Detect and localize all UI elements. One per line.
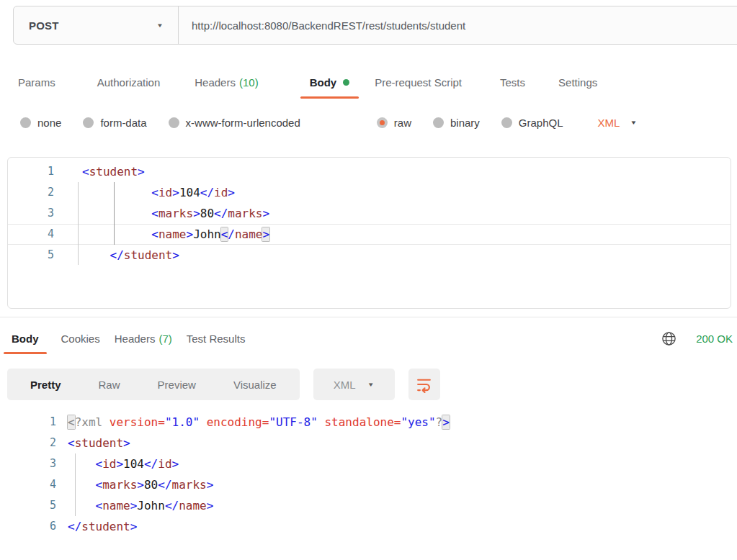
code-line: 1<?xml version="1.0" encoding="UTF-8" st… xyxy=(7,412,731,433)
wrap-text-icon xyxy=(415,376,433,394)
radio-x-www-form-urlencoded[interactable]: x-www-form-urlencoded xyxy=(169,117,300,129)
line-number: 3 xyxy=(8,203,54,224)
tab-headers[interactable]: Headers (10) xyxy=(195,66,258,99)
line-number: 2 xyxy=(8,182,54,203)
request-tabs: Params Authorization Headers (10) Body P… xyxy=(18,66,597,99)
response-tab-test-results[interactable]: Test Results xyxy=(187,323,246,353)
tab-body[interactable]: Body xyxy=(300,66,359,99)
radio-binary[interactable]: binary xyxy=(433,117,480,129)
code-line: 6</student> xyxy=(7,516,731,537)
method-dropdown[interactable]: POST ▼ xyxy=(14,6,179,44)
response-body-viewer[interactable]: 1<?xml version="1.0" encoding="UTF-8" st… xyxy=(7,412,731,537)
indent-guide xyxy=(114,182,115,245)
view-preview[interactable]: Preview xyxy=(158,379,196,391)
body-modified-dot xyxy=(343,79,349,86)
radio-icon xyxy=(169,117,179,128)
radio-raw[interactable]: raw xyxy=(377,117,411,129)
code-line: 1<student> xyxy=(8,161,731,182)
code-line: 3 <id>104</id> xyxy=(7,453,731,474)
chevron-down-icon: ▼ xyxy=(630,119,637,126)
code-line: 4 <name>John</name> xyxy=(8,224,731,245)
radio-icon xyxy=(83,117,94,128)
radio-icon xyxy=(433,117,444,128)
raw-language-dropdown[interactable]: XML ▼ xyxy=(598,117,638,129)
line-number: 2 xyxy=(7,433,56,453)
response-tab-cookies[interactable]: Cookies xyxy=(61,323,100,353)
tab-tests[interactable]: Tests xyxy=(500,66,525,99)
line-number: 1 xyxy=(8,161,54,182)
radio-icon xyxy=(501,117,512,128)
chevron-down-icon: ▼ xyxy=(156,22,164,29)
tab-pre-request-script[interactable]: Pre-request Script xyxy=(375,66,462,99)
line-number: 1 xyxy=(7,412,56,433)
radio-selected-icon xyxy=(377,117,388,128)
status-badge: 200 OK xyxy=(696,333,733,345)
response-language-label: XML xyxy=(334,379,356,391)
view-pretty[interactable]: Pretty xyxy=(30,379,61,391)
response-tab-body[interactable]: Body xyxy=(4,323,47,353)
chevron-down-icon: ▼ xyxy=(367,381,375,388)
response-body-code: 1<?xml version="1.0" encoding="UTF-8" st… xyxy=(7,412,731,537)
response-tab-headers[interactable]: Headers (7) xyxy=(115,323,172,353)
code-line: 5 </student> xyxy=(8,245,731,266)
raw-language-label: XML xyxy=(598,117,620,129)
tab-params[interactable]: Params xyxy=(18,66,55,99)
wrap-lines-button[interactable] xyxy=(408,369,440,400)
line-number: 6 xyxy=(7,516,56,537)
request-body-code: 1<student>2 <id>104</id>3 <marks>80</mar… xyxy=(8,161,731,266)
line-number: 3 xyxy=(7,453,56,474)
code-line: 2 <id>104</id> xyxy=(8,182,731,203)
response-language-dropdown[interactable]: XML ▼ xyxy=(313,369,395,400)
method-label: POST xyxy=(29,19,59,32)
view-raw[interactable]: Raw xyxy=(99,379,120,391)
line-number: 4 xyxy=(7,474,56,495)
indent-guide xyxy=(75,453,76,516)
headers-count: (10) xyxy=(239,76,259,89)
code-line: 3 <marks>80</marks> xyxy=(8,203,731,224)
view-visualize[interactable]: Visualize xyxy=(233,379,277,391)
line-number: 4 xyxy=(8,225,54,244)
body-type-row: none form-data x-www-form-urlencoded raw… xyxy=(20,108,637,137)
response-toolbar: Pretty Raw Preview Visualize XML ▼ xyxy=(7,369,440,400)
section-divider xyxy=(0,317,737,317)
response-tabs: Body Cookies Headers (7) Test Results xyxy=(4,323,245,353)
radio-graphql[interactable]: GraphQL xyxy=(501,117,563,129)
request-body-editor[interactable]: 1<student>2 <id>104</id>3 <marks>80</mar… xyxy=(7,157,731,309)
url-bar: POST ▼ http://localhost:8080/BackendREST… xyxy=(13,6,737,45)
postman-request-view: POST ▼ http://localhost:8080/BackendREST… xyxy=(0,0,737,560)
tab-authorization[interactable]: Authorization xyxy=(97,66,161,99)
code-line: 2<student> xyxy=(7,433,731,453)
line-number: 5 xyxy=(8,245,54,266)
radio-none[interactable]: none xyxy=(20,117,61,129)
indent-guide xyxy=(78,182,79,265)
code-line: 4 <marks>80</marks> xyxy=(7,474,731,495)
radio-icon xyxy=(20,117,31,128)
radio-form-data[interactable]: form-data xyxy=(83,117,146,129)
response-headers-count: (7) xyxy=(158,333,171,345)
globe-icon[interactable] xyxy=(661,330,677,347)
view-segmented-control: Pretty Raw Preview Visualize xyxy=(7,369,300,400)
response-meta: 200 OK xyxy=(661,323,733,353)
tab-settings[interactable]: Settings xyxy=(558,66,597,99)
url-input[interactable]: http://localhost:8080/BackendREST/rest/s… xyxy=(179,6,737,44)
line-number: 5 xyxy=(7,495,56,516)
code-line: 5 <name>John</name> xyxy=(7,495,731,516)
